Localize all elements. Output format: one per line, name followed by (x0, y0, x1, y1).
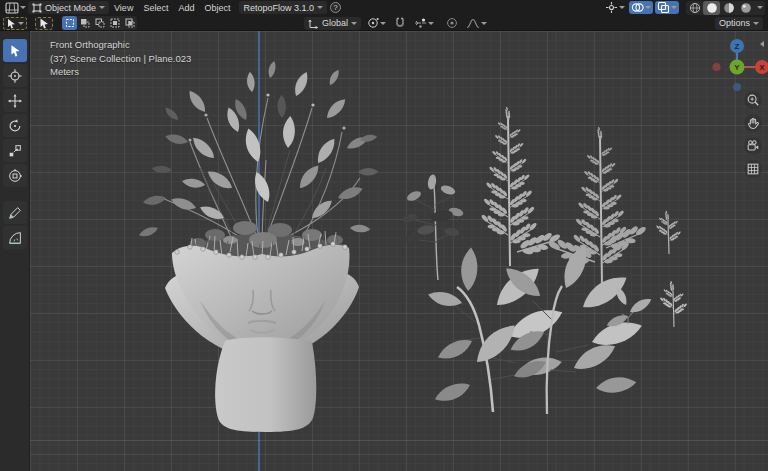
move-icon (7, 93, 23, 109)
axis-y-ball[interactable]: Y (730, 60, 745, 75)
select-mode-subtract-button[interactable] (92, 16, 107, 30)
select-mode-new-button[interactable] (62, 16, 77, 30)
shading-rendered-button[interactable] (737, 1, 754, 15)
retopoflow-dropdown[interactable]: RetopoFlow 3.1.0 (239, 1, 327, 14)
annotate-pencil-icon (7, 205, 23, 221)
shading-material-button[interactable] (720, 1, 737, 15)
chevron-down-icon (20, 6, 26, 9)
measure-icon (7, 230, 23, 246)
options-label: Options (719, 18, 750, 28)
select-mode-intersect-button[interactable] (122, 16, 137, 30)
tool-transform-button[interactable] (3, 164, 27, 187)
magnet-icon (394, 17, 406, 29)
sidebar-collapse-arrow[interactable] (759, 40, 765, 48)
snap-target-icon (414, 17, 427, 29)
show-gizmos-button[interactable] (603, 1, 627, 14)
toggle-xray-button[interactable] (655, 1, 679, 14)
select-mode-invert-button[interactable] (107, 16, 122, 30)
axis-neg-x-ball[interactable] (713, 63, 721, 71)
mode-dropdown[interactable]: Object Mode (28, 1, 109, 14)
tool-rotate-button[interactable] (3, 114, 27, 137)
chevron-down-icon (18, 22, 24, 25)
snap-target-dropdown[interactable] (412, 17, 436, 30)
main-area: Front Orthographic (37) Scene Collection… (0, 31, 768, 471)
chevron-left-icon (759, 40, 765, 48)
proportional-icon (446, 17, 458, 29)
proportional-falloff-dropdown[interactable] (464, 17, 489, 30)
shading-wireframe-button[interactable] (686, 1, 703, 15)
chevron-down-icon (99, 6, 105, 9)
snap-toggle-button[interactable] (392, 17, 408, 30)
select-mode-extend-button[interactable] (77, 16, 92, 30)
tool-measure-button[interactable] (3, 226, 27, 249)
select-mode-group (62, 16, 137, 30)
camera-icon (746, 139, 760, 153)
tool-cursor-button[interactable] (3, 64, 27, 87)
object-head-planter[interactable] (138, 60, 378, 432)
shading-dropdown[interactable] (754, 1, 765, 15)
tool-fallback-selector[interactable] (3, 17, 27, 30)
transform-orientation-dropdown[interactable]: Global (304, 17, 361, 30)
help-button[interactable]: ? (330, 2, 341, 13)
axis-z-ball[interactable]: Z (730, 39, 744, 53)
scene-collection-label: (37) Scene Collection | Plane.023 (50, 52, 191, 66)
view-label: Front Orthographic (50, 38, 191, 52)
axis-x-ball[interactable]: X (755, 60, 768, 74)
header-row-2: Global (0, 15, 768, 31)
show-overlays-button[interactable] (629, 1, 653, 14)
menu-add[interactable]: Add (173, 1, 199, 14)
viewport-editor-icon (5, 2, 19, 14)
tool-scale-button[interactable] (3, 139, 27, 162)
zoom-button[interactable] (744, 91, 762, 109)
menu-view[interactable]: View (109, 1, 138, 14)
chevron-down-icon (380, 22, 386, 25)
select-subtract-icon (95, 18, 105, 28)
toggle-grid-button[interactable] (744, 160, 762, 178)
cursor-3d-icon (7, 68, 23, 84)
chevron-down-icon (351, 22, 357, 25)
object-fern-2[interactable] (544, 127, 650, 286)
chevron-down-icon (317, 6, 323, 9)
solid-sphere-icon (706, 2, 718, 14)
pan-button[interactable] (744, 114, 762, 132)
tool-annotate-button[interactable] (3, 201, 27, 224)
snap-cluster: Global (304, 17, 489, 30)
pivot-point-dropdown[interactable] (365, 17, 388, 30)
units-label: Meters (50, 65, 191, 79)
magnifier-icon (746, 93, 760, 107)
menu-select[interactable]: Select (138, 1, 173, 14)
options-button[interactable]: Options (715, 17, 763, 30)
tool-move-button[interactable] (3, 89, 27, 112)
axis-neg-z-ball[interactable] (733, 83, 741, 91)
chevron-down-icon (645, 6, 651, 9)
orientation-icon (308, 18, 319, 29)
gizmos-icon (605, 1, 618, 14)
object-tiny-pinnate-sprig[interactable] (658, 281, 690, 327)
axis-x-label: X (759, 63, 765, 72)
object-small-sprig[interactable] (654, 211, 683, 254)
chevron-down-icon (757, 6, 763, 9)
object-eucalyptus-1[interactable] (427, 246, 565, 412)
xray-icon (657, 1, 670, 14)
material-sphere-icon (723, 2, 735, 14)
hand-icon (746, 116, 760, 130)
blender-window: Object Mode View Select Add Object Retop… (0, 0, 768, 471)
rotate-icon (7, 118, 23, 134)
select-new-icon (65, 18, 75, 28)
proportional-editing-toggle[interactable] (444, 17, 460, 30)
shading-mode-group (686, 1, 765, 15)
viewport-nav-buttons (744, 91, 762, 178)
transform-icon (7, 168, 23, 184)
tweak-select-icon (7, 43, 23, 59)
tweak-tool-icon (38, 17, 50, 29)
object-leaf-sprig[interactable] (402, 174, 465, 280)
camera-view-button[interactable] (744, 137, 762, 155)
shading-solid-button[interactable] (703, 1, 720, 15)
viewport-3d[interactable]: Front Orthographic (37) Scene Collection… (30, 31, 768, 471)
editor-type-button[interactable] (3, 1, 28, 14)
grid-icon (746, 162, 760, 176)
tool-tweak-button[interactable] (3, 39, 27, 62)
active-tool-button[interactable] (35, 17, 53, 30)
rendered-sphere-icon (740, 2, 752, 14)
menu-object[interactable]: Object (199, 1, 235, 14)
